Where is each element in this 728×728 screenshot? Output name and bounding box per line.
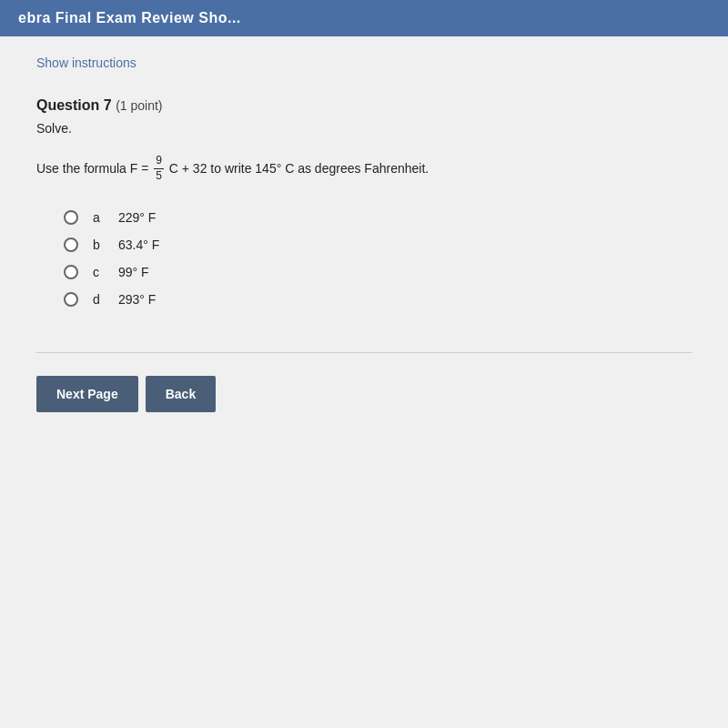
option-a[interactable]: a 229° F [64,210,692,225]
question-points: (1 point) [116,98,162,113]
formula-prefix: Use the formula F = 9 5 C + 32 to write … [36,154,429,183]
option-c-value: 99° F [118,265,149,279]
option-a-value: 229° F [118,210,156,225]
option-d-letter: d [93,292,104,307]
radio-c[interactable] [64,265,78,279]
fraction-denominator: 5 [154,169,164,184]
option-d[interactable]: d 293° F [64,292,692,307]
option-d-value: 293° F [118,292,156,307]
fraction: 9 5 [154,154,164,183]
page-title: ebra Final Exam Review Sho... [18,10,241,26]
option-c[interactable]: c 99° F [64,265,692,279]
radio-b[interactable] [64,238,78,252]
divider [36,352,692,353]
back-button[interactable]: Back [146,376,216,412]
content-area: Show instructions Question 7 (1 point) S… [0,36,728,728]
question-number: Question 7 [36,97,112,113]
radio-d[interactable] [64,292,78,307]
option-b-letter: b [93,238,104,252]
option-b[interactable]: b 63.4° F [64,238,692,252]
page-header: ebra Final Exam Review Sho... [0,0,728,36]
show-instructions-link[interactable]: Show instructions [36,56,136,70]
radio-a[interactable] [64,210,78,225]
fraction-numerator: 9 [154,154,164,169]
question-directive: Solve. [36,121,692,136]
question-body: Use the formula F = 9 5 C + 32 to write … [36,154,692,183]
body-prefix-text: Use the formula F = [36,161,148,176]
body-suffix-text: C + 32 to write 145° C as degrees Fahren… [169,161,429,176]
question-header: Question 7 (1 point) [36,97,692,114]
option-b-value: 63.4° F [118,238,159,252]
button-row: Next Page Back [36,376,692,412]
option-c-letter: c [93,265,104,279]
next-page-button[interactable]: Next Page [36,376,138,412]
answer-options: a 229° F b 63.4° F c 99° F d 293° F [64,210,692,307]
option-a-letter: a [93,210,104,225]
